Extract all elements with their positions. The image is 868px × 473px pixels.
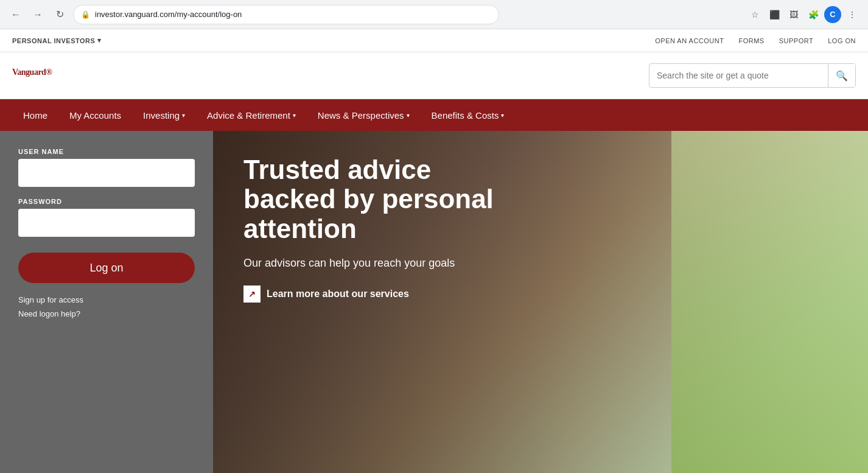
browser-chrome: ← → ↻ 🔒 investor.vanguard.com/my-account… [0,0,868,29]
forward-button[interactable]: → [29,6,46,23]
hero-subtext: Our advisors can help you reach your goa… [243,256,475,271]
arrow-icon: ↗ [243,286,261,303]
chevron-down-icon: ▾ [407,112,410,119]
url-text: investor.vanguard.com/my-account/log-on [95,10,242,19]
forms-link[interactable]: FORMS [738,37,764,44]
main-navigation: Home My Accounts Investing ▾ Advice & Re… [0,99,868,131]
username-input[interactable] [18,159,195,187]
logon-button[interactable]: Log on [18,253,195,283]
nav-item-advice[interactable]: Advice & Retirement ▾ [196,99,307,131]
nav-item-investing[interactable]: Investing ▾ [132,99,196,131]
registered-mark: ® [46,68,52,77]
password-input[interactable] [18,209,195,237]
hero-area: Trusted advice backed by personal attent… [213,131,868,473]
chevron-down-icon: ▾ [293,112,296,119]
nav-item-benefits[interactable]: Benefits & Costs ▾ [421,99,516,131]
utility-bar: PERSONAL INVESTORS ▾ OPEN AN ACCOUNT FOR… [0,29,868,52]
nav-item-home[interactable]: Home [12,99,58,131]
reload-button[interactable]: ↻ [51,6,68,23]
content-area: USER NAME PASSWORD Log on Sign up for ac… [0,131,868,473]
search-input[interactable] [649,71,828,80]
hero-headline: Trusted advice backed by personal attent… [243,155,499,244]
menu-button[interactable]: ⋮ [844,6,861,23]
hero-cta-text: Learn more about our services [267,289,409,300]
lock-icon: 🔒 [81,10,90,19]
password-label: PASSWORD [18,198,195,205]
search-button[interactable]: 🔍 [828,64,855,87]
bookmark-button[interactable]: ☆ [746,6,763,23]
extensions-button[interactable]: 🧩 [805,6,822,23]
chevron-down-icon: ▾ [501,112,504,119]
chevron-down-icon: ▾ [97,37,102,44]
username-label: USER NAME [18,148,195,155]
address-bar[interactable]: 🔒 investor.vanguard.com/my-account/log-o… [73,5,499,24]
back-button[interactable]: ← [7,6,24,23]
support-link[interactable]: SUPPORT [779,37,813,44]
logon-link[interactable]: LOG ON [828,37,856,44]
hero-content: Trusted advice backed by personal attent… [213,131,868,327]
search-bar: 🔍 [649,63,856,88]
site-header: Vanguard® 🔍 [0,52,868,99]
nav-item-news[interactable]: News & Perspectives ▾ [307,99,421,131]
chevron-down-icon: ▾ [182,112,185,119]
vanguard-logo[interactable]: Vanguard® [12,65,52,87]
nav-item-my-accounts[interactable]: My Accounts [58,99,132,131]
logon-help-link[interactable]: Need logon help? [18,309,195,318]
screenshot-button[interactable]: ⬛ [766,6,783,23]
open-account-link[interactable]: OPEN AN ACCOUNT [655,37,724,44]
login-sidebar: USER NAME PASSWORD Log on Sign up for ac… [0,131,213,473]
profile-button[interactable]: C [824,6,841,23]
personal-investors-dropdown[interactable]: PERSONAL INVESTORS ▾ [12,37,102,44]
media-button[interactable]: 🖼 [785,6,802,23]
signup-link[interactable]: Sign up for access [18,295,195,304]
utility-links: OPEN AN ACCOUNT FORMS SUPPORT LOG ON [655,37,856,44]
browser-actions: ☆ ⬛ 🖼 🧩 C ⋮ [746,6,861,23]
hero-cta[interactable]: ↗ Learn more about our services [243,286,838,303]
